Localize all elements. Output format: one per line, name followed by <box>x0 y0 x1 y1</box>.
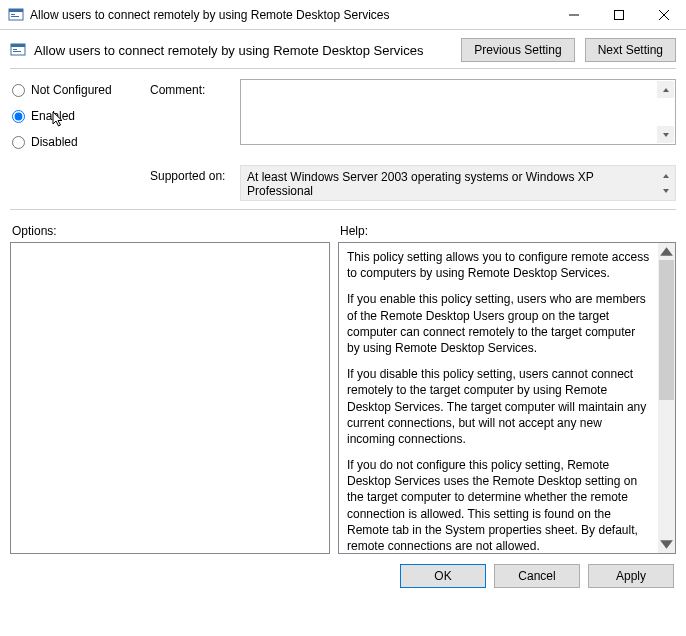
radio-not-configured-input[interactable] <box>12 84 25 97</box>
radio-disabled-input[interactable] <box>12 136 25 149</box>
window-title: Allow users to connect remotely by using… <box>30 8 551 22</box>
previous-setting-button[interactable]: Previous Setting <box>461 38 574 62</box>
supported-on-label: Supported on: <box>150 165 240 183</box>
radio-disabled[interactable]: Disabled <box>10 131 150 153</box>
help-paragraph: This policy setting allows you to config… <box>347 249 650 281</box>
policy-header: Allow users to connect remotely by using… <box>10 38 676 62</box>
help-paragraph: If you enable this policy setting, users… <box>347 291 650 356</box>
minimize-button[interactable] <box>551 0 596 30</box>
svg-rect-3 <box>11 16 19 17</box>
separator <box>10 209 676 210</box>
svg-rect-2 <box>11 14 15 15</box>
footer-buttons: OK Cancel Apply <box>10 564 676 588</box>
options-label: Options: <box>10 224 340 238</box>
ok-button[interactable]: OK <box>400 564 486 588</box>
apply-button[interactable]: Apply <box>588 564 674 588</box>
comment-textarea[interactable] <box>240 79 676 145</box>
next-setting-button[interactable]: Next Setting <box>585 38 676 62</box>
help-label: Help: <box>340 224 676 238</box>
scroll-down-icon[interactable] <box>658 536 675 553</box>
radio-enabled-label: Enabled <box>31 109 75 123</box>
help-paragraph: If you do not configure this policy sett… <box>347 457 650 553</box>
svg-rect-6 <box>11 44 25 47</box>
radio-not-configured[interactable]: Not Configured <box>10 79 150 101</box>
cancel-button[interactable]: Cancel <box>494 564 580 588</box>
help-pane: This policy setting allows you to config… <box>338 242 676 554</box>
radio-not-configured-label: Not Configured <box>31 83 112 97</box>
comment-label: Comment: <box>150 79 240 97</box>
help-scrollbar[interactable] <box>658 243 675 553</box>
scroll-down-icon[interactable] <box>657 126 674 143</box>
help-text: This policy setting allows you to config… <box>339 243 658 553</box>
radio-enabled[interactable]: Enabled <box>10 105 150 127</box>
radio-disabled-label: Disabled <box>31 135 78 149</box>
svg-rect-8 <box>13 51 21 52</box>
svg-rect-1 <box>9 9 23 12</box>
scrollbar-thumb[interactable] <box>659 260 674 400</box>
options-pane <box>10 242 330 554</box>
supported-on-value: At least Windows Server 2003 operating s… <box>240 165 676 201</box>
scroll-up-icon[interactable] <box>658 243 675 260</box>
help-paragraph: If you disable this policy setting, user… <box>347 366 650 447</box>
separator <box>10 68 676 69</box>
radio-enabled-input[interactable] <box>12 110 25 123</box>
policy-title: Allow users to connect remotely by using… <box>34 43 451 58</box>
svg-rect-4 <box>614 10 623 19</box>
scroll-down-icon <box>657 182 674 199</box>
scroll-up-icon[interactable] <box>657 81 674 98</box>
svg-rect-7 <box>13 49 17 50</box>
close-button[interactable] <box>641 0 686 30</box>
supported-on-text: At least Windows Server 2003 operating s… <box>247 170 594 198</box>
maximize-button[interactable] <box>596 0 641 30</box>
policy-icon <box>10 42 26 58</box>
titlebar: Allow users to connect remotely by using… <box>0 0 686 30</box>
app-icon <box>8 7 24 23</box>
